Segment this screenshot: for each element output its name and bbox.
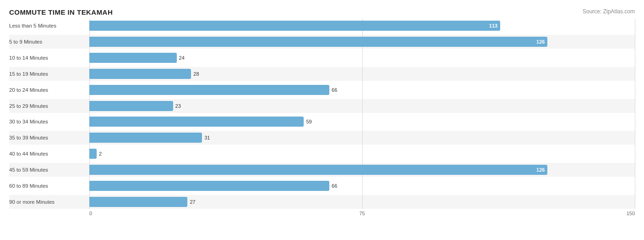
bar-track: 23 [89, 101, 635, 111]
bar-row: 40 to 44 Minutes2 [9, 147, 635, 161]
bar-label: 5 to 9 Minutes [9, 39, 89, 45]
bar-value: 23 [175, 103, 181, 109]
x-tick-75: 75 [271, 211, 453, 216]
bar-row: 90 or more Minutes27 [9, 195, 635, 209]
bar-track: 24 [89, 53, 635, 63]
bar-label: 45 to 59 Minutes [9, 167, 89, 173]
bar-value: 59 [306, 119, 311, 124]
bar-row: 30 to 34 Minutes59 [9, 115, 635, 128]
bar-value: 31 [204, 135, 210, 140]
bar-track: 66 [89, 85, 635, 95]
bar-label: 90 or more Minutes [9, 199, 89, 205]
bar-fill: 126 [89, 165, 547, 175]
bar-fill [89, 69, 191, 79]
bar-track: 2 [89, 149, 635, 159]
bar-label: 40 to 44 Minutes [9, 151, 89, 156]
bar-value: 2 [99, 151, 102, 156]
bar-fill: 113 [89, 21, 500, 31]
bar-row: Less than 5 Minutes113 [9, 19, 635, 33]
x-tick-0: 0 [89, 211, 271, 216]
bar-fill [89, 85, 329, 95]
bar-value: 126 [536, 39, 545, 45]
bar-label: 20 to 24 Minutes [9, 87, 89, 93]
chart-container: COMMUTE TIME IN TEKAMAH Source: ZipAtlas… [0, 0, 644, 240]
bar-row: 45 to 59 Minutes126 [9, 163, 635, 177]
chart-source: Source: ZipAtlas.com [583, 8, 635, 15]
bars-section: Less than 5 Minutes1135 to 9 Minutes1261… [9, 19, 635, 209]
bar-value: 27 [190, 199, 195, 205]
bar-track: 27 [89, 197, 635, 207]
bar-fill [89, 181, 329, 191]
chart-title: COMMUTE TIME IN TEKAMAH [9, 8, 635, 16]
bar-fill [89, 197, 187, 207]
bar-track: 28 [89, 69, 635, 79]
bar-track: 31 [89, 133, 635, 143]
bar-label: Less than 5 Minutes [9, 23, 89, 28]
bar-track: 126 [89, 165, 635, 175]
bar-label: 30 to 34 Minutes [9, 119, 89, 124]
bar-row: 10 to 14 Minutes24 [9, 51, 635, 65]
bar-fill [89, 53, 177, 63]
chart-area: Less than 5 Minutes1135 to 9 Minutes1261… [9, 19, 635, 216]
bar-fill [89, 133, 202, 143]
bar-row: 60 to 89 Minutes66 [9, 179, 635, 193]
bar-track: 126 [89, 37, 635, 47]
bar-track: 113 [89, 21, 635, 31]
bar-track: 66 [89, 181, 635, 191]
bar-row: 25 to 29 Minutes23 [9, 99, 635, 113]
bar-label: 60 to 89 Minutes [9, 183, 89, 189]
bar-label: 15 to 19 Minutes [9, 71, 89, 77]
bar-value: 66 [332, 87, 337, 93]
bar-row: 20 to 24 Minutes66 [9, 83, 635, 97]
bar-label: 25 to 29 Minutes [9, 103, 89, 109]
bar-value: 66 [332, 183, 337, 189]
bar-fill [89, 101, 173, 111]
bar-value: 126 [536, 167, 545, 173]
x-tick-150: 150 [453, 211, 635, 216]
bar-value: 113 [489, 23, 497, 28]
bar-track: 59 [89, 117, 635, 127]
bar-label: 35 to 39 Minutes [9, 135, 89, 140]
bar-row: 5 to 9 Minutes126 [9, 35, 635, 49]
bar-fill [89, 117, 304, 127]
bar-row: 35 to 39 Minutes31 [9, 131, 635, 145]
bar-value: 24 [179, 55, 185, 61]
bar-fill [89, 149, 97, 159]
bar-fill: 126 [89, 37, 547, 47]
x-axis: 0 75 150 [89, 211, 635, 216]
bar-row: 15 to 19 Minutes28 [9, 67, 635, 81]
bar-label: 10 to 14 Minutes [9, 55, 89, 61]
bar-value: 28 [193, 71, 199, 77]
